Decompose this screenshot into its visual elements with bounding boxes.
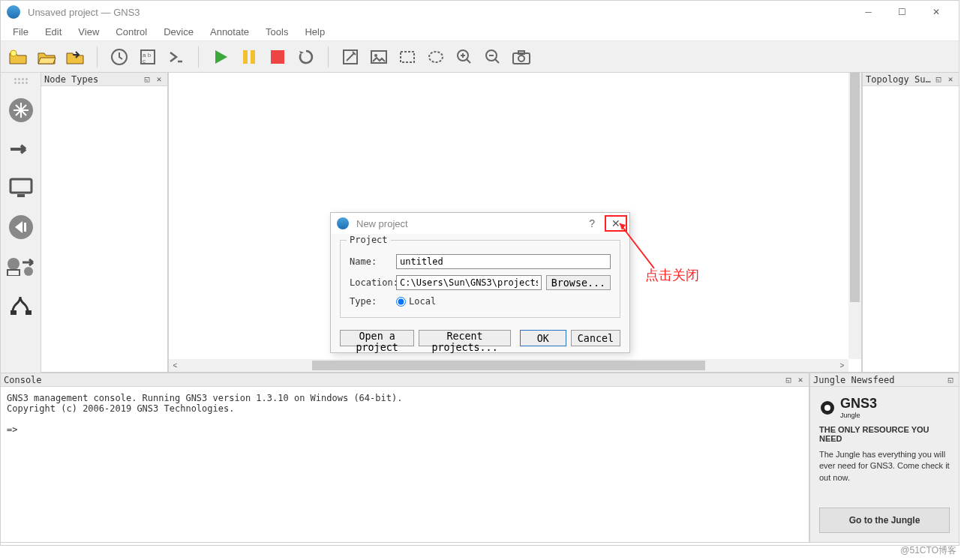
undock-icon[interactable]: ◱ — [783, 375, 794, 385]
menu-annotate[interactable]: Annotate — [203, 24, 257, 40]
menu-tools[interactable]: Tools — [258, 24, 296, 40]
console-icon[interactable] — [165, 46, 188, 68]
start-all-icon[interactable] — [209, 46, 232, 68]
newsfeed-headline: THE ONLY RESOURCE YOU NEED — [819, 425, 950, 443]
pause-all-icon[interactable] — [238, 46, 260, 68]
svg-rect-19 — [11, 179, 32, 193]
svg-rect-6 — [251, 50, 255, 64]
go-to-jungle-button[interactable]: Go to the Jungle — [819, 508, 950, 533]
app-icon — [7, 5, 20, 19]
newsfeed-body: The Jungle has everything you will ever … — [819, 449, 950, 484]
menubar: File Edit View Control Device Annotate T… — [1, 23, 959, 41]
console-title: Console — [4, 375, 42, 385]
project-location-input[interactable] — [396, 275, 542, 290]
window-title: Unsaved project — GNS3 — [28, 7, 140, 18]
type-label: Type: — [350, 296, 396, 307]
menu-device[interactable]: Device — [156, 24, 201, 40]
svg-line-30 — [620, 223, 654, 268]
save-project-icon[interactable] — [64, 46, 86, 68]
group-legend: Project — [347, 235, 391, 245]
undock-icon[interactable]: ◱ — [142, 74, 152, 85]
newsfeed-panel: Jungle Newsfeed ◱ GNS3 Jungle THE ONLY R… — [809, 373, 959, 543]
svg-text:c: c — [143, 58, 146, 64]
undock-icon[interactable]: ◱ — [945, 375, 956, 385]
name-label: Name: — [350, 256, 396, 267]
newsfeed-logo-text: GNS3 — [840, 396, 877, 412]
svg-rect-27 — [26, 310, 32, 315]
ok-button[interactable]: OK — [520, 330, 566, 346]
undock-icon[interactable]: ◱ — [933, 74, 944, 85]
zoom-out-icon[interactable] — [482, 46, 504, 68]
add-link-icon[interactable] — [6, 290, 36, 320]
app-icon — [337, 217, 349, 229]
menu-file[interactable]: File — [5, 24, 36, 40]
topology-summary-title: Topology Su… — [866, 74, 931, 85]
newsfeed-logo-sub: Jungle — [840, 412, 877, 419]
project-name-input[interactable] — [396, 254, 611, 269]
location-label: Location: — [350, 277, 396, 288]
menu-help[interactable]: Help — [297, 24, 332, 40]
watermark: @51CTO博客 — [900, 544, 956, 557]
svg-point-0 — [11, 50, 17, 56]
node-types-panel: Node Types ◱ ✕ — [41, 72, 168, 373]
svg-point-10 — [374, 54, 377, 57]
svg-rect-20 — [17, 194, 25, 197]
ellipse-icon[interactable] — [425, 46, 447, 68]
screenshot-icon[interactable] — [510, 46, 533, 68]
annotation-text: 点击关闭 — [645, 266, 699, 284]
maximize-button[interactable]: ☐ — [885, 1, 919, 22]
titlebar: Unsaved project — GNS3 ─ ☐ ✕ — [1, 1, 959, 23]
svg-point-23 — [8, 258, 20, 270]
svg-rect-26 — [11, 310, 17, 315]
dialog-title: New project — [356, 218, 408, 229]
close-panel-icon[interactable]: ✕ — [945, 74, 956, 85]
type-local-label: Local — [409, 296, 436, 307]
switches-icon[interactable] — [6, 134, 36, 164]
menu-view[interactable]: View — [71, 24, 107, 40]
routers-icon[interactable] — [6, 95, 36, 125]
minimize-button[interactable]: ─ — [851, 1, 885, 22]
new-project-icon[interactable] — [7, 46, 29, 68]
toolbar: a bc — [1, 41, 959, 73]
end-devices-icon[interactable] — [6, 173, 36, 203]
help-icon[interactable]: ? — [589, 217, 595, 229]
reload-all-icon[interactable] — [295, 46, 317, 68]
svg-rect-22 — [24, 223, 26, 232]
newsfeed-title: Jungle Newsfeed — [813, 375, 894, 385]
menu-control[interactable]: Control — [108, 24, 155, 40]
horizontal-scrollbar[interactable]: < > — [169, 359, 848, 372]
show-connections-icon[interactable]: a bc — [137, 46, 159, 68]
device-toolbar — [1, 73, 41, 373]
svg-point-12 — [429, 52, 443, 62]
console-panel: Console ◱ ✕ GNS3 management console. Run… — [0, 373, 809, 543]
svg-rect-5 — [243, 50, 248, 64]
all-devices-icon[interactable] — [6, 251, 36, 281]
svg-rect-11 — [401, 52, 414, 62]
node-types-title: Node Types — [44, 74, 98, 85]
security-devices-icon[interactable] — [6, 212, 36, 242]
svg-rect-7 — [271, 50, 284, 64]
svg-point-17 — [518, 55, 524, 61]
svg-rect-24 — [8, 270, 20, 276]
insert-image-icon[interactable] — [368, 46, 390, 68]
menu-edit[interactable]: Edit — [38, 24, 69, 40]
rectangle-icon[interactable] — [396, 46, 419, 68]
type-local-radio[interactable] — [396, 297, 406, 307]
new-project-dialog: New project ? ✕ Project Name: Location: … — [330, 212, 630, 353]
snapshot-icon[interactable] — [108, 46, 131, 68]
close-panel-icon[interactable]: ✕ — [154, 74, 164, 85]
annotate-note-icon[interactable] — [339, 46, 362, 68]
cancel-button[interactable]: Cancel — [571, 330, 620, 346]
open-project-button[interactable]: Open a project — [340, 330, 414, 346]
svg-point-29 — [824, 405, 830, 411]
close-button[interactable]: ✕ — [919, 1, 953, 22]
stop-all-icon[interactable] — [266, 46, 289, 68]
zoom-in-icon[interactable] — [453, 46, 476, 68]
vertical-scrollbar[interactable] — [848, 73, 861, 359]
browse-button[interactable]: Browse... — [546, 275, 611, 290]
close-panel-icon[interactable]: ✕ — [795, 375, 806, 385]
recent-projects-button[interactable]: Recent projects... — [419, 330, 511, 346]
console-output[interactable]: GNS3 management console. Running GNS3 ve… — [1, 387, 809, 542]
open-project-icon[interactable] — [35, 46, 58, 68]
jungle-logo: GNS3 Jungle — [819, 396, 950, 419]
